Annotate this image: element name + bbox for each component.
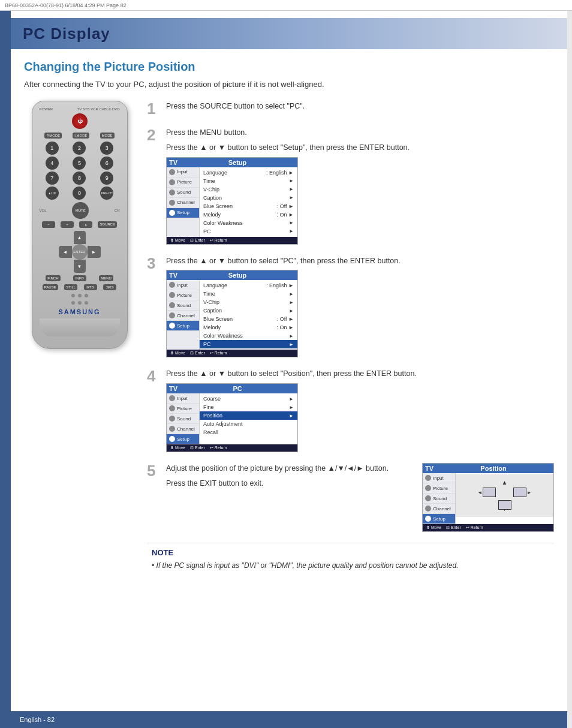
picture-icon-3 (169, 292, 175, 298)
num-3[interactable]: 3 (100, 142, 113, 155)
sidebar5-input: Input (423, 473, 455, 483)
pause-button[interactable]: PAUSE (43, 284, 58, 290)
srs-button[interactable]: SRS (103, 284, 116, 290)
tv-menu-4-body: Input Picture Sound Channel Setup Coarse… (167, 393, 297, 444)
footer-move: ⬆ Move (170, 238, 185, 243)
section-heading: Changing the Picture Position (24, 60, 554, 74)
finch-button[interactable]: FINCH (46, 275, 60, 281)
info-button[interactable]: INFO (73, 275, 86, 281)
nav-right[interactable]: ► (88, 246, 101, 258)
footer4-return: ↩ Return (210, 446, 227, 450)
imode-button[interactable]: I.MODE (73, 133, 89, 139)
monitor-left (483, 488, 496, 497)
step-4-text: Press the ▲ or ▼ button to select "Posit… (166, 368, 554, 380)
tv-main-3: Language: English ► Time► V-Chip► Captio… (200, 280, 297, 350)
nav-left[interactable]: ◄ (59, 246, 72, 258)
num-100[interactable]: ▲100 (46, 186, 59, 200)
num-6[interactable]: 6 (100, 157, 113, 170)
step-2-content: Press the MENU button. Press the ▲ or ▼ … (166, 127, 554, 245)
nav-up[interactable]: ▲ (74, 231, 86, 244)
sidebar5-channel: Channel (423, 504, 455, 514)
steps-column: 1 Press the SOURCE button to select "PC"… (147, 101, 554, 576)
menu3-row-time: Time► (200, 290, 297, 298)
tv-menu-5: TV Position Input Picture Sound Channel (422, 463, 554, 532)
main-layout: POWER TV STB VCR CABLE DVD ⏻ P.MODE I.MO… (24, 101, 554, 576)
still-button[interactable]: STILL (64, 284, 77, 290)
tv-menu-3-title: Setup (228, 272, 247, 279)
menu3-row-vchip: V-Chip► (200, 298, 297, 306)
num-7[interactable]: 7 (46, 172, 59, 185)
step-5-content: Adjust the position of the picture by pr… (166, 463, 554, 532)
channel-icon-4 (169, 426, 175, 432)
mute-button[interactable]: MUTE (72, 202, 89, 219)
nav-down[interactable]: ▼ (74, 260, 86, 273)
tv-sidebar-5: Input Picture Sound Channel Setup (423, 473, 456, 524)
step5-layout: Adjust the position of the picture by pr… (166, 463, 554, 532)
bottom-buttons: PAUSE STILL MTS SRS (40, 284, 120, 290)
step-1: 1 Press the SOURCE button to select "PC"… (147, 101, 554, 116)
num-9[interactable]: 9 (100, 172, 113, 185)
footer5-enter: ⊡ Enter (446, 525, 461, 530)
num-0[interactable]: 0 (73, 186, 86, 200)
sidebar4-input: Input (167, 393, 199, 404)
ch-up[interactable]: ∧ (79, 221, 92, 228)
page-title: PC Display (23, 25, 110, 43)
dot-4 (71, 301, 75, 305)
note-section: NOTE • If the PC signal is input as "DVI… (147, 543, 554, 576)
prech-button[interactable]: PRE-CH (100, 186, 113, 200)
step-5-number: 5 (147, 463, 159, 479)
pmode-button[interactable]: P.MODE (44, 133, 62, 139)
tv-label-tv: TV (167, 159, 177, 166)
menu3-row-blue: Blue Screen: Off ► (200, 315, 297, 323)
vol-up[interactable]: + (61, 221, 74, 228)
tv-menu-4-header: TV PC (167, 384, 297, 393)
menu4-row-position-hl: Position► (200, 411, 297, 420)
menu3-row-language: Language: English ► (200, 281, 297, 290)
remote-container: POWER TV STB VCR CABLE DVD ⏻ P.MODE I.MO… (24, 101, 135, 349)
menu4-row-auto: Auto Adjustment (200, 420, 297, 428)
setup-icon-3 (169, 323, 175, 329)
step-1-text: Press the SOURCE button to select "PC". (166, 101, 554, 112)
menu3-row-melody: Melody: On ► (200, 323, 297, 332)
tv-menu-5-header: TV Position (423, 464, 553, 473)
sound-icon-3 (169, 302, 175, 308)
mts-button[interactable]: MTS (84, 284, 97, 290)
step-3-text: Press the ▲ or ▼ button to select "PC", … (166, 255, 554, 267)
num-2[interactable]: 2 (73, 142, 86, 155)
num-1[interactable]: 1 (46, 142, 59, 155)
tv-menu-3-footer: ⬆ Move ⊡ Enter ↩ Return (167, 350, 297, 357)
position-visual: ▲ ◄ ► (478, 479, 532, 512)
sidebar3-channel: Channel (167, 311, 199, 321)
sidebar3-sound: Sound (167, 300, 199, 311)
sound-icon-4 (169, 416, 175, 422)
tv-menu-5-footer: ⬆ Move ⊡ Enter ↩ Return (423, 524, 553, 531)
left-accent-bar (0, 0, 11, 728)
note-title: NOTE (152, 548, 549, 557)
sidebar4-channel: Channel (167, 424, 199, 434)
number-grid: 1 2 3 4 5 6 7 8 9 ▲100 0 PRE-CH (40, 142, 120, 200)
num-5[interactable]: 5 (73, 157, 86, 170)
setup-icon-4 (169, 436, 175, 442)
step-5-texts: Adjust the position of the picture by pr… (166, 463, 413, 493)
sidebar3-input: Input (167, 280, 199, 290)
monitor-right (513, 488, 526, 497)
pos-left-indicator: ◄ (478, 488, 496, 497)
tv-menu-2-footer: ⬆ Move ⊡ Enter ↩ Return (167, 237, 297, 244)
sidebar5-sound: Sound (423, 494, 455, 504)
num-8[interactable]: 8 (73, 172, 86, 185)
menu2-row-language: Language: English ► (200, 169, 297, 177)
num-4[interactable]: 4 (46, 157, 59, 170)
tv-menu-3-header: TV Setup (167, 270, 297, 280)
indicator-dots (40, 294, 120, 297)
power-button[interactable]: ⏻ (72, 113, 88, 129)
samsung-logo: SAMSUNG (40, 308, 120, 315)
sidebar3-setup: Setup (167, 321, 199, 331)
enter-button[interactable]: ENTER (72, 244, 88, 260)
sidebar-setup-active: Setup (167, 208, 199, 218)
mode-button[interactable]: MODE (100, 133, 115, 139)
dot-5 (78, 301, 82, 305)
source-button[interactable]: SOURCE (98, 221, 117, 228)
input-icon-3 (169, 282, 175, 288)
menu-button[interactable]: MENU (99, 275, 113, 281)
vol-down[interactable]: − (42, 221, 55, 228)
